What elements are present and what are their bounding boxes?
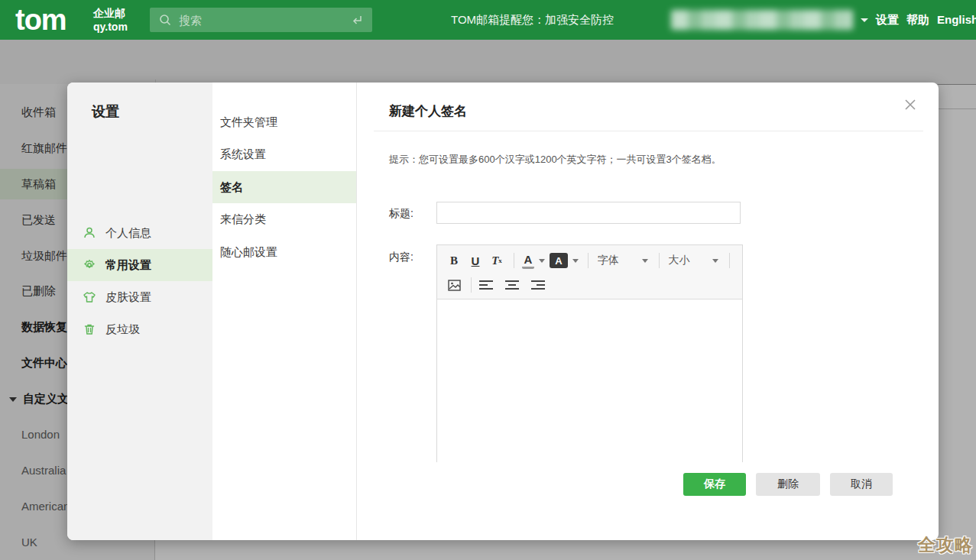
top-bar: tom 企业邮 qy.tom TOM邮箱提醒您：加强安全防控 设置 帮助 Eng… <box>0 0 976 40</box>
menu-item-label: 个人信息 <box>105 226 151 241</box>
tshirt-icon <box>83 290 96 304</box>
toolbar-separator <box>588 253 589 268</box>
signature-content-area[interactable] <box>437 299 742 462</box>
top-link-help[interactable]: 帮助 <box>906 0 929 40</box>
align-left-icon[interactable] <box>479 280 493 290</box>
logo-subtitle-line1: 企业邮 <box>93 6 128 20</box>
submenu-mail-classification[interactable]: 来信分类 <box>212 203 356 235</box>
signature-panel: 新建个人签名 提示：您可设置最多600个汉字或1200个英文字符；一共可设置3个… <box>357 83 939 540</box>
top-link-english[interactable]: English <box>937 0 976 40</box>
toolbar-separator <box>514 253 514 268</box>
title-field-label: 标题: <box>389 207 413 221</box>
insert-image-icon[interactable] <box>445 276 463 294</box>
submenu-suixin-mail[interactable]: 随心邮设置 <box>212 236 356 268</box>
cancel-button[interactable]: 取消 <box>830 473 893 496</box>
align-right-icon[interactable] <box>531 280 545 290</box>
delete-button[interactable]: 删除 <box>756 473 820 496</box>
font-family-caret-icon <box>642 259 648 263</box>
gear-icon <box>83 258 96 272</box>
person-icon <box>83 226 96 240</box>
search-enter-icon[interactable] <box>351 14 363 26</box>
font-color-caret-icon[interactable] <box>539 259 545 263</box>
search-box[interactable] <box>150 8 372 32</box>
underline-icon[interactable]: U <box>466 251 485 270</box>
settings-title: 设置 <box>92 102 119 121</box>
menu-item-label: 常用设置 <box>105 258 151 273</box>
highlight-color-icon[interactable]: A <box>550 253 568 268</box>
font-size-caret-icon <box>712 259 718 263</box>
settings-menu-panel: 设置 个人信息 常用设置 皮肤设置 <box>67 83 212 540</box>
close-icon[interactable] <box>900 95 920 115</box>
menu-item-personal-info[interactable]: 个人信息 <box>67 217 212 249</box>
settings-modal: 设置 个人信息 常用设置 皮肤设置 <box>67 83 939 540</box>
account-caret-icon[interactable] <box>861 18 868 22</box>
menu-item-common-settings[interactable]: 常用设置 <box>67 249 212 281</box>
align-center-icon[interactable] <box>505 280 519 290</box>
app-window: tom 企业邮 qy.tom TOM邮箱提醒您：加强安全防控 设置 帮助 Eng… <box>0 0 976 560</box>
title-divider <box>374 131 923 131</box>
highlight-color-caret-icon[interactable] <box>572 259 579 263</box>
watermark: 全攻略 <box>918 533 973 557</box>
menu-item-skin-settings[interactable]: 皮肤设置 <box>67 281 212 313</box>
top-link-settings[interactable]: 设置 <box>876 0 899 40</box>
settings-submenu-panel: 文件夹管理 系统设置 签名 来信分类 随心邮设置 <box>212 83 357 540</box>
clear-format-icon[interactable]: Tx <box>488 251 506 270</box>
logo-subtitle: 企业邮 qy.tom <box>93 6 128 34</box>
toolbar-separator <box>471 277 472 293</box>
font-color-icon[interactable]: A <box>522 253 534 269</box>
submenu-system-settings[interactable]: 系统设置 <box>212 138 356 170</box>
menu-item-label: 反垃圾 <box>105 322 140 337</box>
signature-title-input[interactable] <box>436 202 741 224</box>
trash-icon <box>83 322 96 336</box>
submenu-folder-management[interactable]: 文件夹管理 <box>212 106 356 138</box>
tom-logo: tom <box>15 2 66 38</box>
editor-toolbar: B U Tx A A 字体 大小 <box>437 245 742 299</box>
account-email-blurred[interactable] <box>671 10 853 30</box>
menu-item-anti-spam[interactable]: 反垃圾 <box>67 313 212 345</box>
logo-subtitle-line2: qy.tom <box>93 20 128 34</box>
search-input[interactable] <box>177 13 351 28</box>
security-notice: TOM邮箱提醒您：加强安全防控 <box>451 0 614 40</box>
signature-editor: B U Tx A A 字体 大小 <box>436 244 743 462</box>
menu-item-label: 皮肤设置 <box>105 290 151 305</box>
toolbar-separator <box>729 253 730 268</box>
content-field-label: 内容: <box>389 251 413 264</box>
font-family-select[interactable]: 字体 <box>596 251 651 270</box>
panel-title: 新建个人签名 <box>389 102 467 120</box>
font-size-select[interactable]: 大小 <box>666 251 721 270</box>
toolbar-separator <box>659 253 660 268</box>
signature-hint: 提示：您可设置最多600个汉字或1200个英文字符；一共可设置3个签名档。 <box>389 153 721 167</box>
search-icon <box>159 14 171 26</box>
bold-icon[interactable]: B <box>445 251 463 270</box>
save-button[interactable]: 保存 <box>683 473 746 496</box>
submenu-signature[interactable]: 签名 <box>212 171 356 203</box>
